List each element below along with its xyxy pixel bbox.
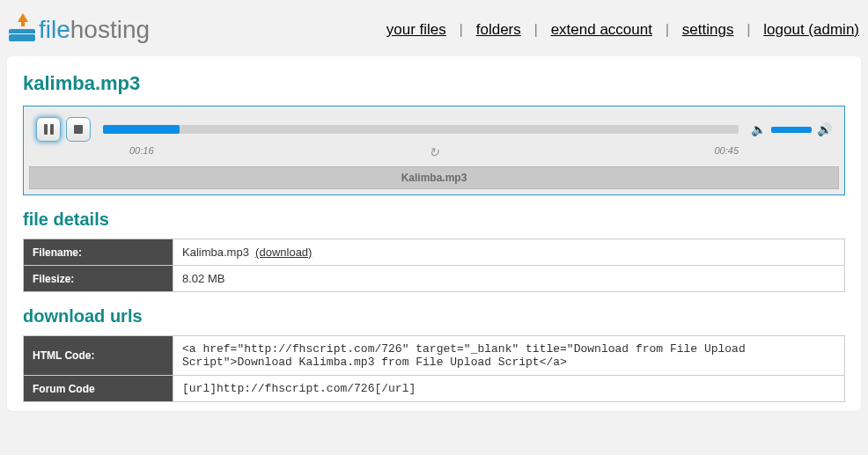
top-nav: your files | folders | extend account | …: [386, 21, 859, 39]
volume-bar[interactable]: [771, 127, 812, 133]
nav-folders[interactable]: folders: [476, 21, 521, 38]
filesize-label: Filesize:: [24, 266, 173, 292]
stop-button[interactable]: [66, 117, 91, 142]
volume-low-icon[interactable]: 🔈: [751, 122, 766, 136]
pause-button[interactable]: [36, 117, 61, 142]
file-details-heading: file details: [23, 209, 845, 230]
nav-separator: |: [533, 21, 537, 38]
logo-text: filehosting: [39, 16, 150, 44]
stop-icon: [74, 125, 83, 134]
page-title: kalimba.mp3: [23, 72, 845, 95]
nav-logout[interactable]: logout (admin): [763, 21, 859, 38]
nav-settings[interactable]: settings: [682, 21, 734, 38]
nav-separator: |: [666, 21, 669, 38]
player-track-title: Kalimba.mp3: [29, 166, 839, 189]
html-code-label: HTML Code:: [24, 336, 173, 376]
nav-extend-account[interactable]: extend account: [551, 21, 652, 38]
audio-player: 🔈 🔊 00:16 ↻ 00:45 Kalimba.mp3: [23, 106, 845, 195]
file-details-table: Filename: Kalimba.mp3 (download) Filesiz…: [23, 239, 845, 292]
volume-control: 🔈 🔊: [751, 122, 832, 136]
forum-code-value[interactable]: [url]http://fhscript.com/726[/url]: [173, 376, 845, 402]
table-row: HTML Code: <a href="http://fhscript.com/…: [24, 336, 845, 376]
download-link[interactable]: (download): [255, 246, 312, 259]
forum-code-label: Forum Code: [24, 376, 173, 402]
pause-icon: [44, 124, 54, 135]
table-row: Forum Code [url]http://fhscript.com/726[…: [24, 376, 845, 402]
nav-separator: |: [747, 21, 750, 38]
upload-icon: [9, 18, 35, 41]
seek-bar[interactable]: [103, 125, 739, 134]
nav-your-files[interactable]: your files: [386, 21, 446, 38]
download-urls-table: HTML Code: <a href="http://fhscript.com/…: [23, 335, 845, 402]
seek-progress: [103, 125, 180, 134]
time-elapsed: 00:16: [129, 145, 154, 156]
header: filehosting your files | folders | exten…: [0, 0, 868, 56]
volume-high-icon[interactable]: 🔊: [817, 122, 832, 136]
replay-icon[interactable]: ↻: [429, 145, 439, 159]
logo[interactable]: filehosting: [9, 16, 150, 44]
table-row: Filename: Kalimba.mp3 (download): [24, 239, 845, 266]
filesize-value: 8.02 MB: [173, 266, 845, 292]
main-card: kalimba.mp3 🔈 🔊 00:16 ↻ 00:45 Kalimba.mp…: [7, 56, 861, 411]
html-code-value[interactable]: <a href="http://fhscript.com/726" target…: [173, 336, 845, 376]
table-row: Filesize: 8.02 MB: [24, 266, 845, 292]
time-total: 00:45: [714, 145, 739, 156]
filename-label: Filename:: [24, 239, 173, 266]
filename-value: Kalimba.mp3 (download): [173, 239, 845, 266]
nav-separator: |: [460, 21, 463, 38]
download-urls-heading: download urls: [23, 306, 845, 327]
